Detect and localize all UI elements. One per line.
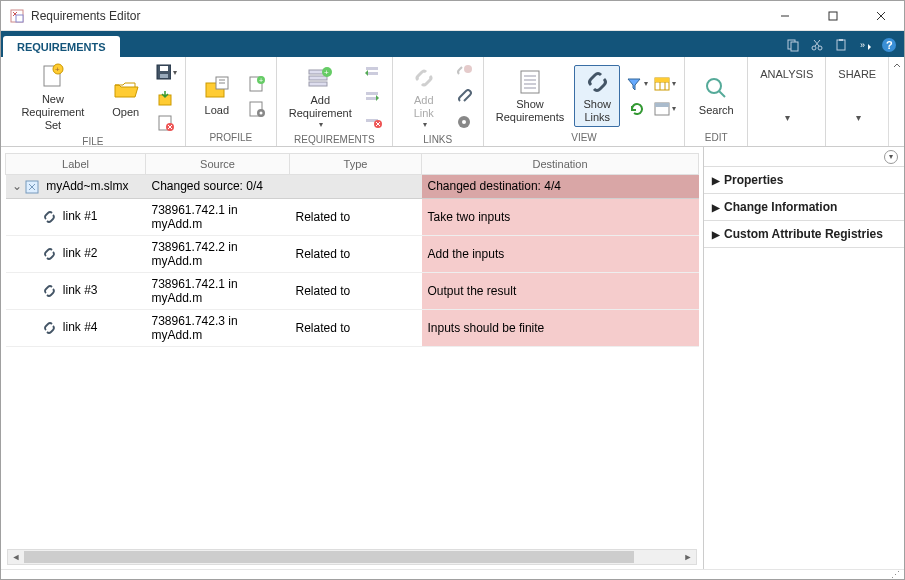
- svg-text:»: »: [860, 40, 865, 50]
- right-panel: ▾ ▶ Properties ▶ Change Information ▶ Cu…: [704, 147, 904, 569]
- load-icon: [203, 74, 231, 102]
- panel-options-icon[interactable]: ▾: [884, 150, 898, 164]
- search-icon: [702, 74, 730, 102]
- col-type[interactable]: Type: [290, 154, 422, 175]
- profile-settings-button[interactable]: [246, 98, 268, 120]
- panel-change-information[interactable]: ▶ Change Information: [704, 194, 904, 221]
- scroll-left-button[interactable]: ◄: [8, 550, 24, 564]
- svg-line-65: [719, 91, 725, 97]
- import-button[interactable]: [155, 87, 177, 109]
- panel-custom-attribute-registries[interactable]: ▶ Custom Attribute Registries: [704, 221, 904, 248]
- col-source[interactable]: Source: [146, 154, 290, 175]
- link-gear-button[interactable]: [453, 111, 475, 133]
- analysis-label: ANALYSIS: [760, 68, 813, 81]
- svg-point-9: [818, 46, 822, 50]
- profile-add-button[interactable]: +: [246, 73, 268, 95]
- scroll-right-button[interactable]: ►: [680, 550, 696, 564]
- chevron-right-icon: ▶: [712, 202, 720, 213]
- svg-rect-41: [366, 67, 378, 70]
- show-requirements-button[interactable]: Show Requirements: [492, 66, 568, 126]
- filter-button[interactable]: ▾: [626, 73, 648, 95]
- svg-point-8: [812, 46, 816, 50]
- promote-button[interactable]: [362, 61, 384, 83]
- col-label[interactable]: Label: [6, 154, 146, 175]
- folder-open-icon: [112, 76, 140, 104]
- close-button[interactable]: [866, 6, 896, 26]
- svg-rect-7: [791, 42, 798, 51]
- more-icon[interactable]: »: [856, 36, 874, 54]
- window-controls: [770, 6, 896, 26]
- add-req-icon: +: [306, 64, 334, 92]
- ribbon-collapse-button[interactable]: [888, 57, 904, 146]
- status-bar: ⋰: [1, 569, 904, 579]
- svg-rect-13: [839, 39, 843, 41]
- horizontal-scrollbar[interactable]: ◄ ►: [7, 549, 697, 565]
- svg-rect-3: [829, 12, 837, 20]
- close-file-button[interactable]: [155, 112, 177, 134]
- analysis-dropdown[interactable]: ANALYSIS ▾: [756, 66, 817, 126]
- open-button[interactable]: Open: [103, 74, 149, 121]
- table-row[interactable]: link #2 738961.742.2 in myAdd.m Related …: [6, 235, 699, 272]
- open-label: Open: [112, 106, 139, 119]
- add-req-label: Add Requirement: [289, 94, 352, 120]
- svg-point-64: [707, 79, 721, 93]
- svg-text:+: +: [259, 77, 263, 84]
- content-area: Label Source Type Destination ⌄ myAdd~m.…: [1, 147, 904, 569]
- minimize-button[interactable]: [770, 6, 800, 26]
- group-profile-label: PROFILE: [194, 131, 268, 144]
- app-icon: [9, 8, 25, 24]
- group-view: Show Requirements Show Links ▾ ▾ ▾ VIEW: [484, 57, 685, 146]
- svg-line-10: [815, 40, 820, 46]
- maximize-button[interactable]: [818, 6, 848, 26]
- ribbon-tabstrip: REQUIREMENTS » ?: [1, 31, 904, 57]
- svg-rect-61: [655, 78, 669, 82]
- svg-rect-12: [837, 40, 845, 50]
- show-links-label: Show Links: [583, 98, 611, 124]
- file-row[interactable]: ⌄ myAdd~m.slmx Changed source: 0/4 Chang…: [6, 175, 699, 199]
- help-icon[interactable]: ?: [880, 36, 898, 54]
- add-requirement-button[interactable]: + Add Requirement▾: [285, 62, 356, 132]
- svg-rect-22: [160, 74, 168, 78]
- window-title: Requirements Editor: [31, 9, 770, 23]
- save-button[interactable]: ▾: [155, 62, 177, 84]
- add-link-icon: [410, 64, 438, 92]
- link-attach-button[interactable]: [453, 86, 475, 108]
- svg-rect-21: [160, 66, 168, 71]
- table-row[interactable]: link #3 738961.742.1 in myAdd.m Related …: [6, 272, 699, 309]
- scroll-thumb[interactable]: [24, 551, 634, 563]
- refresh-view-button[interactable]: [626, 98, 648, 120]
- search-button[interactable]: Search: [693, 72, 739, 119]
- group-share: SHARE ▾: [826, 57, 888, 146]
- table-row[interactable]: link #1 738961.742.1 in myAdd.m Related …: [6, 198, 699, 235]
- right-panel-header: ▾: [704, 147, 904, 167]
- load-button[interactable]: Load: [194, 72, 240, 119]
- svg-text:+: +: [55, 65, 60, 74]
- new-requirement-set-button[interactable]: + New Requirement Set: [9, 61, 97, 135]
- svg-text:?: ?: [886, 39, 893, 51]
- svg-rect-38: [309, 82, 327, 86]
- col-destination[interactable]: Destination: [422, 154, 699, 175]
- new-req-label: New Requirement Set: [13, 93, 93, 133]
- copy-icon[interactable]: [784, 36, 802, 54]
- tab-requirements[interactable]: REQUIREMENTS: [3, 36, 120, 57]
- group-analysis: ANALYSIS ▾: [748, 57, 826, 146]
- paste-icon[interactable]: [832, 36, 850, 54]
- svg-rect-43: [366, 92, 378, 95]
- group-req-label: REQUIREMENTS: [285, 133, 384, 146]
- delete-req-button[interactable]: [362, 111, 384, 133]
- show-links-button[interactable]: Show Links: [574, 65, 620, 127]
- share-dropdown[interactable]: SHARE ▾: [834, 66, 880, 126]
- link-icon: [42, 284, 56, 298]
- table-row[interactable]: link #4 738961.742.3 in myAdd.m Related …: [6, 309, 699, 346]
- link-remove-button[interactable]: [453, 61, 475, 83]
- panel-properties[interactable]: ▶ Properties: [704, 167, 904, 194]
- cut-icon[interactable]: [808, 36, 826, 54]
- resize-grip-icon[interactable]: ⋰: [891, 570, 900, 580]
- view-details-button[interactable]: ▾: [654, 98, 676, 120]
- chevron-down-icon[interactable]: ⌄: [12, 179, 22, 193]
- add-link-button: Add Link▾: [401, 62, 447, 132]
- columns-button[interactable]: ▾: [654, 73, 676, 95]
- demote-button[interactable]: [362, 86, 384, 108]
- share-label: SHARE: [838, 68, 876, 81]
- group-edit-label: EDIT: [693, 131, 739, 144]
